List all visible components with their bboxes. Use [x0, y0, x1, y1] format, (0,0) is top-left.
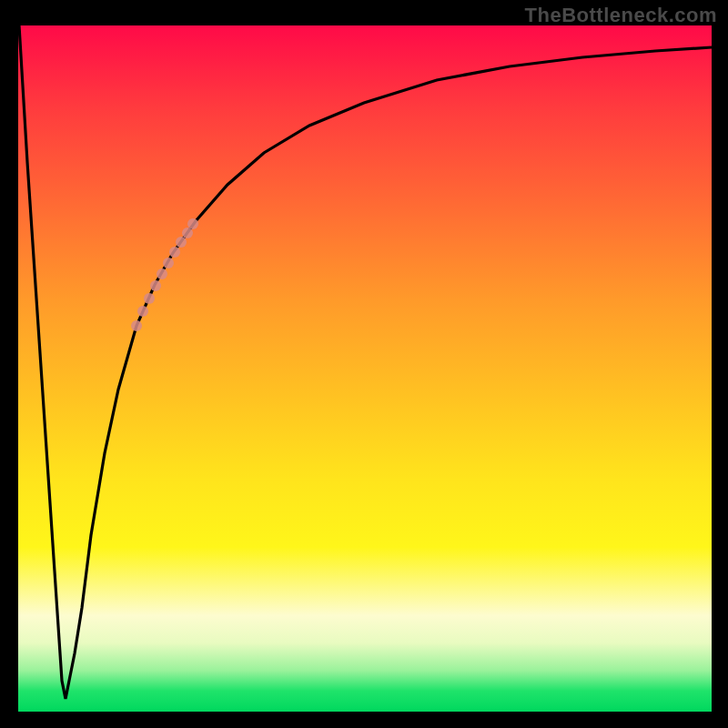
svg-point-0: [131, 320, 142, 331]
svg-point-4: [157, 268, 167, 279]
svg-point-8: [182, 228, 193, 238]
highlight-segment: [131, 218, 198, 331]
svg-point-9: [187, 218, 198, 229]
svg-point-1: [137, 306, 148, 317]
plot-area: [18, 25, 712, 712]
svg-point-3: [150, 280, 161, 291]
svg-point-7: [176, 237, 187, 248]
curve-svg: [18, 25, 712, 712]
chart-frame: TheBottleneck.com: [0, 0, 728, 728]
watermark-text: TheBottleneck.com: [525, 4, 717, 27]
svg-point-2: [144, 293, 155, 304]
svg-point-6: [169, 247, 180, 258]
bottleneck-curve: [19, 25, 712, 699]
svg-point-5: [163, 258, 174, 268]
